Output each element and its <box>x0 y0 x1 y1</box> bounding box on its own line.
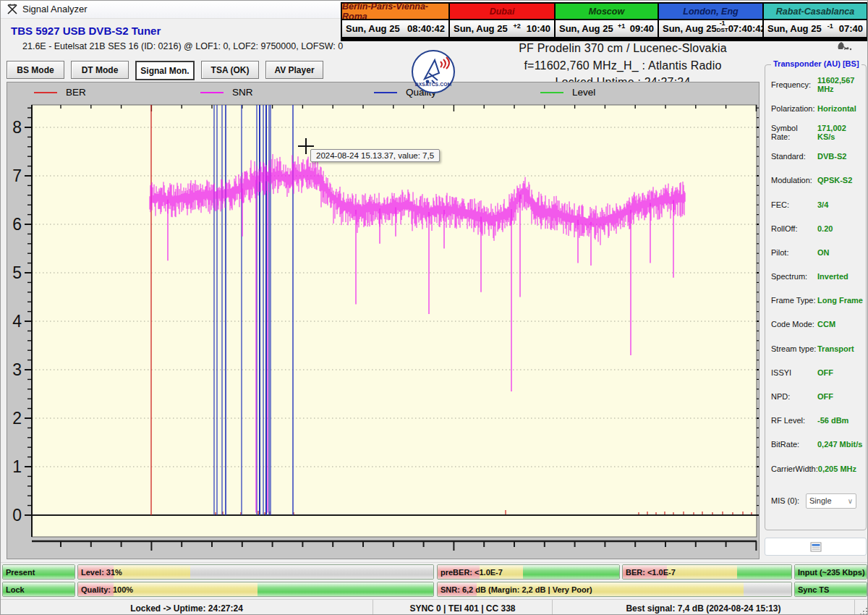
transponder-row: RF Level:-56 dBm <box>771 409 863 433</box>
transponder-groupbox: Transponder (AU) [BS] Frequency:11602,56… <box>765 64 867 530</box>
tab-tsa-ok[interactable]: TSA (OK) <box>201 61 259 79</box>
syncts-bar-label: Sync TS <box>798 585 829 594</box>
clock-time: 08:40:42 <box>407 23 445 34</box>
clock-time: 07:40:42 <box>728 23 766 34</box>
transponder-value: Long Frame <box>817 296 863 305</box>
clock-column: DubaiSun, Aug 25+210:40 <box>450 4 554 40</box>
ber-bar: BER: <1.0E-7 <box>622 564 792 580</box>
transponder-title: Transponder (AU) [BS] <box>771 59 861 68</box>
transponder-value: CCM <box>817 320 835 328</box>
transponder-label: Symbol Rate: <box>771 124 817 141</box>
tab-signal-mon[interactable]: Signal Mon. <box>135 61 195 80</box>
status-segment-2: Best signal: 7,4 dB (2024-08-24 15:13) <box>553 600 855 615</box>
transponder-label: Spectrum: <box>771 272 817 281</box>
mis-row: MIS (0):Single∨ <box>771 485 863 517</box>
transponder-row: Stream type:Transport <box>771 336 863 360</box>
y-tick-label: 7 <box>12 166 22 185</box>
transponder-label: Frequency: <box>771 80 817 89</box>
transponder-label: Standard: <box>771 152 817 161</box>
transponder-row: RollOff:0.20 <box>771 216 863 240</box>
transponder-value: Horizontal <box>817 104 856 113</box>
mode-tab-row: BS ModeDT ModeSignal Mon.TSA (OK)AV Play… <box>7 61 323 80</box>
transponder-value: ON <box>817 248 830 257</box>
chevron-down-icon: ∨ <box>848 497 853 505</box>
stream-list-button[interactable] <box>765 538 867 556</box>
dxsatcs-logo-text: DXSATCS.COM <box>413 82 454 87</box>
bar-segment-yellow <box>667 565 738 579</box>
clock-city: Rabat-Casablanca <box>764 4 867 19</box>
signal-bars-area: PresentLevel: 31%preBER: <1.0E-7BER: <1.… <box>1 562 868 599</box>
satellite-dish-icon <box>834 40 853 54</box>
transponder-row: Symbol Rate:171,002 KS/s <box>771 120 863 144</box>
transponder-row: ISSYIOFF <box>771 360 863 384</box>
input-bar-label: Input (~235 Kbps) <box>798 568 865 577</box>
quality-bar-label: Quality: 100% <box>81 585 133 594</box>
level-bar-label: Level: 31% <box>81 568 122 577</box>
preber-bar: preBER: <1.0E-7 <box>437 564 620 580</box>
transponder-value: 3/4 <box>817 200 828 209</box>
transponder-value: QPSK-S2 <box>817 176 852 184</box>
present-bar-label: Present <box>6 568 35 577</box>
dxsatcs-logo: DXSATCS.COM <box>412 50 455 93</box>
clock-utc-offset: +2 <box>508 23 527 29</box>
preber-bar-label: preBER: <1.0E-7 <box>441 568 503 577</box>
tuner-subtitle: 21.6E - Eutelsat 21B SES 16 (ID: 0216) @… <box>22 41 343 51</box>
transponder-label: NPD: <box>771 392 817 401</box>
clock-utc-offset: -1DST <box>717 20 728 32</box>
transponder-label: CarrierWidth: <box>771 465 818 473</box>
quality-bar: Quality: 100% <box>77 582 434 597</box>
transponder-label: FEC: <box>771 200 817 209</box>
clock-column: MoscowSun, Aug 25+109:40 <box>556 4 658 40</box>
status-segment-1: SYNC 0 | TEI 401 | CC 338 <box>373 600 553 615</box>
transponder-label: RollOff: <box>771 224 817 233</box>
transponder-label: Code Mode: <box>771 320 817 328</box>
clock-date: Sun, Aug 25 <box>559 23 613 34</box>
transponder-value: 171,002 KS/s <box>817 124 863 141</box>
y-tick-label: 6 <box>12 215 22 234</box>
clock-time-row: Sun, Aug 2508:40:42 <box>342 19 448 37</box>
clock-time: 07:40 <box>839 23 863 34</box>
tuner-title: TBS 5927 USB DVB-S2 Tuner <box>11 25 161 37</box>
transponder-row: Pilot:ON <box>771 240 863 264</box>
transponder-value: 0,247 Mbit/s <box>817 440 862 449</box>
y-tick-label: 4 <box>12 312 22 331</box>
y-tick-label: 2 <box>12 409 22 428</box>
y-tick-label: 0 <box>12 506 22 525</box>
clock-column: Rabat-CasablancaSun, Aug 25-107:40 <box>764 4 867 40</box>
transponder-label: Polarization: <box>771 104 817 113</box>
transponder-label: Stream type: <box>771 344 817 353</box>
transponder-row: Polarization:Horizontal <box>771 96 863 120</box>
transponder-row: NPD:OFF <box>771 384 863 408</box>
bar-segment-green <box>258 582 433 596</box>
transponder-value: OFF <box>817 392 833 401</box>
status-segment-0: Locked -> Uptime: 24:27:24 <box>1 600 373 615</box>
resize-grip[interactable] <box>858 606 867 615</box>
transponder-label: Modulation: <box>771 176 817 184</box>
clock-city: Berlin-Paris-Vienna-Roma <box>342 4 448 19</box>
level-bar: Level: 31% <box>77 564 434 580</box>
input-bar: Input (~235 Kbps) <box>794 564 867 580</box>
syncts-bar: Sync TS <box>794 582 867 597</box>
transponder-rows: Frequency:11602,567 MHzPolarization:Hori… <box>771 72 863 517</box>
clock-city: Dubai <box>450 4 554 19</box>
transponder-row: Code Mode:CCM <box>771 313 863 336</box>
transponder-row: Frame Type:Long Frame <box>771 289 863 313</box>
clock-utc-offset: +1 <box>613 23 630 29</box>
signal-analyzer-window: Signal Analyzer Berlin-Paris-Vienna-Roma… <box>0 0 868 615</box>
transponder-label: ISSYI <box>771 368 817 377</box>
signal-monitor-chart-panel: BERSNRQualityLevel 012345678 2024-08-24 … <box>7 82 760 559</box>
transponder-value: 0,205 MHz <box>818 465 856 473</box>
tab-av-player[interactable]: AV Player <box>265 61 323 79</box>
transponder-value: Transport <box>817 344 854 353</box>
transponder-label: Frame Type: <box>771 296 817 305</box>
transponder-row: FEC:3/4 <box>771 192 863 216</box>
clock-date: Sun, Aug 25 <box>346 23 400 34</box>
tab-dt-mode[interactable]: DT Mode <box>71 61 129 79</box>
clock-city: Moscow <box>556 4 658 19</box>
tab-bs-mode[interactable]: BS Mode <box>7 61 64 79</box>
bar-segment-yellow <box>114 582 258 596</box>
mis-dropdown[interactable]: Single∨ <box>806 493 856 509</box>
transponder-label: RF Level: <box>771 416 817 425</box>
list-icon <box>810 542 822 552</box>
clock-time-row: Sun, Aug 25+109:40 <box>556 19 658 37</box>
